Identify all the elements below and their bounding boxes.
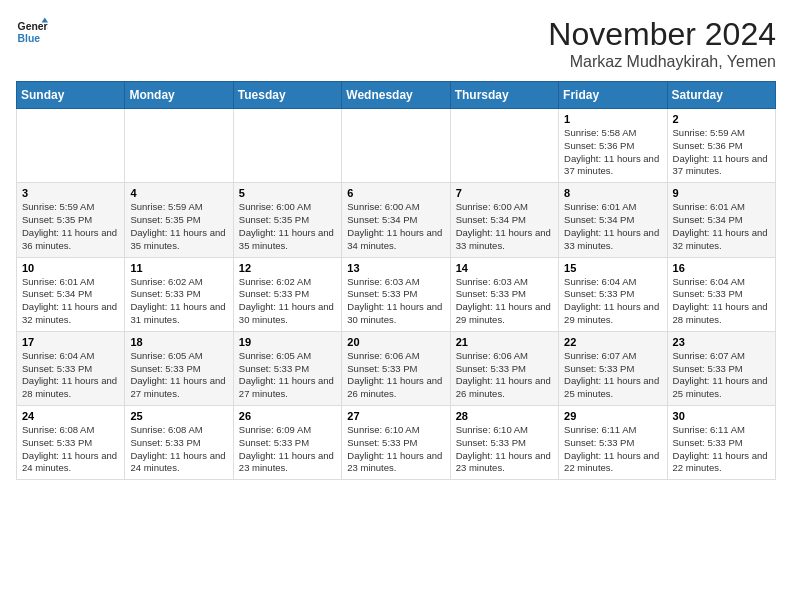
- weekday-header: Monday: [125, 82, 233, 109]
- page-header: General Blue November 2024 Markaz Mudhay…: [16, 16, 776, 71]
- day-info: Sunrise: 6:11 AM Sunset: 5:33 PM Dayligh…: [564, 424, 661, 475]
- day-info: Sunrise: 6:04 AM Sunset: 5:33 PM Dayligh…: [22, 350, 119, 401]
- day-number: 24: [22, 410, 119, 422]
- day-number: 12: [239, 262, 336, 274]
- logo-icon: General Blue: [16, 16, 48, 48]
- calendar-cell: 25Sunrise: 6:08 AM Sunset: 5:33 PM Dayli…: [125, 406, 233, 480]
- calendar-cell: 26Sunrise: 6:09 AM Sunset: 5:33 PM Dayli…: [233, 406, 341, 480]
- calendar-cell: 15Sunrise: 6:04 AM Sunset: 5:33 PM Dayli…: [559, 257, 667, 331]
- calendar-cell: 27Sunrise: 6:10 AM Sunset: 5:33 PM Dayli…: [342, 406, 450, 480]
- calendar-cell: 24Sunrise: 6:08 AM Sunset: 5:33 PM Dayli…: [17, 406, 125, 480]
- calendar-cell: [342, 109, 450, 183]
- day-info: Sunrise: 5:59 AM Sunset: 5:36 PM Dayligh…: [673, 127, 770, 178]
- day-info: Sunrise: 6:05 AM Sunset: 5:33 PM Dayligh…: [239, 350, 336, 401]
- day-info: Sunrise: 6:07 AM Sunset: 5:33 PM Dayligh…: [673, 350, 770, 401]
- day-number: 13: [347, 262, 444, 274]
- calendar-cell: 23Sunrise: 6:07 AM Sunset: 5:33 PM Dayli…: [667, 331, 775, 405]
- calendar-cell: 21Sunrise: 6:06 AM Sunset: 5:33 PM Dayli…: [450, 331, 558, 405]
- day-number: 7: [456, 187, 553, 199]
- calendar-cell: [233, 109, 341, 183]
- day-info: Sunrise: 6:07 AM Sunset: 5:33 PM Dayligh…: [564, 350, 661, 401]
- day-number: 3: [22, 187, 119, 199]
- day-info: Sunrise: 6:10 AM Sunset: 5:33 PM Dayligh…: [456, 424, 553, 475]
- calendar-cell: 7Sunrise: 6:00 AM Sunset: 5:34 PM Daylig…: [450, 183, 558, 257]
- day-info: Sunrise: 6:08 AM Sunset: 5:33 PM Dayligh…: [130, 424, 227, 475]
- day-info: Sunrise: 6:04 AM Sunset: 5:33 PM Dayligh…: [673, 276, 770, 327]
- location: Markaz Mudhaykirah, Yemen: [548, 53, 776, 71]
- day-info: Sunrise: 6:03 AM Sunset: 5:33 PM Dayligh…: [347, 276, 444, 327]
- title-area: November 2024 Markaz Mudhaykirah, Yemen: [548, 16, 776, 71]
- calendar-cell: 29Sunrise: 6:11 AM Sunset: 5:33 PM Dayli…: [559, 406, 667, 480]
- calendar-cell: [450, 109, 558, 183]
- day-number: 17: [22, 336, 119, 348]
- calendar-cell: 16Sunrise: 6:04 AM Sunset: 5:33 PM Dayli…: [667, 257, 775, 331]
- logo: General Blue: [16, 16, 48, 48]
- calendar-cell: 19Sunrise: 6:05 AM Sunset: 5:33 PM Dayli…: [233, 331, 341, 405]
- day-number: 9: [673, 187, 770, 199]
- day-number: 6: [347, 187, 444, 199]
- calendar-cell: 3Sunrise: 5:59 AM Sunset: 5:35 PM Daylig…: [17, 183, 125, 257]
- weekday-header: Thursday: [450, 82, 558, 109]
- weekday-header: Friday: [559, 82, 667, 109]
- calendar-cell: 17Sunrise: 6:04 AM Sunset: 5:33 PM Dayli…: [17, 331, 125, 405]
- day-number: 2: [673, 113, 770, 125]
- day-number: 18: [130, 336, 227, 348]
- day-number: 1: [564, 113, 661, 125]
- day-info: Sunrise: 6:00 AM Sunset: 5:34 PM Dayligh…: [347, 201, 444, 252]
- day-info: Sunrise: 5:59 AM Sunset: 5:35 PM Dayligh…: [22, 201, 119, 252]
- day-number: 21: [456, 336, 553, 348]
- weekday-header: Wednesday: [342, 82, 450, 109]
- day-info: Sunrise: 6:06 AM Sunset: 5:33 PM Dayligh…: [456, 350, 553, 401]
- calendar-cell: 11Sunrise: 6:02 AM Sunset: 5:33 PM Dayli…: [125, 257, 233, 331]
- calendar-cell: 9Sunrise: 6:01 AM Sunset: 5:34 PM Daylig…: [667, 183, 775, 257]
- day-number: 4: [130, 187, 227, 199]
- day-info: Sunrise: 6:01 AM Sunset: 5:34 PM Dayligh…: [673, 201, 770, 252]
- day-info: Sunrise: 6:06 AM Sunset: 5:33 PM Dayligh…: [347, 350, 444, 401]
- day-info: Sunrise: 6:03 AM Sunset: 5:33 PM Dayligh…: [456, 276, 553, 327]
- day-info: Sunrise: 6:00 AM Sunset: 5:35 PM Dayligh…: [239, 201, 336, 252]
- calendar-cell: 14Sunrise: 6:03 AM Sunset: 5:33 PM Dayli…: [450, 257, 558, 331]
- day-info: Sunrise: 6:08 AM Sunset: 5:33 PM Dayligh…: [22, 424, 119, 475]
- day-number: 25: [130, 410, 227, 422]
- svg-text:Blue: Blue: [18, 33, 41, 44]
- day-info: Sunrise: 6:02 AM Sunset: 5:33 PM Dayligh…: [130, 276, 227, 327]
- weekday-header: Sunday: [17, 82, 125, 109]
- day-info: Sunrise: 6:01 AM Sunset: 5:34 PM Dayligh…: [564, 201, 661, 252]
- calendar-cell: 2Sunrise: 5:59 AM Sunset: 5:36 PM Daylig…: [667, 109, 775, 183]
- day-number: 27: [347, 410, 444, 422]
- day-info: Sunrise: 6:02 AM Sunset: 5:33 PM Dayligh…: [239, 276, 336, 327]
- svg-marker-2: [42, 18, 48, 23]
- calendar-cell: 30Sunrise: 6:11 AM Sunset: 5:33 PM Dayli…: [667, 406, 775, 480]
- day-info: Sunrise: 6:09 AM Sunset: 5:33 PM Dayligh…: [239, 424, 336, 475]
- calendar-cell: 13Sunrise: 6:03 AM Sunset: 5:33 PM Dayli…: [342, 257, 450, 331]
- day-info: Sunrise: 5:58 AM Sunset: 5:36 PM Dayligh…: [564, 127, 661, 178]
- day-info: Sunrise: 6:10 AM Sunset: 5:33 PM Dayligh…: [347, 424, 444, 475]
- day-number: 16: [673, 262, 770, 274]
- day-number: 29: [564, 410, 661, 422]
- calendar-cell: 10Sunrise: 6:01 AM Sunset: 5:34 PM Dayli…: [17, 257, 125, 331]
- day-info: Sunrise: 6:01 AM Sunset: 5:34 PM Dayligh…: [22, 276, 119, 327]
- calendar-cell: 22Sunrise: 6:07 AM Sunset: 5:33 PM Dayli…: [559, 331, 667, 405]
- day-number: 22: [564, 336, 661, 348]
- calendar-cell: 28Sunrise: 6:10 AM Sunset: 5:33 PM Dayli…: [450, 406, 558, 480]
- calendar-cell: 8Sunrise: 6:01 AM Sunset: 5:34 PM Daylig…: [559, 183, 667, 257]
- calendar-cell: [17, 109, 125, 183]
- day-number: 26: [239, 410, 336, 422]
- day-number: 19: [239, 336, 336, 348]
- day-number: 8: [564, 187, 661, 199]
- day-number: 20: [347, 336, 444, 348]
- month-title: November 2024: [548, 16, 776, 53]
- day-info: Sunrise: 5:59 AM Sunset: 5:35 PM Dayligh…: [130, 201, 227, 252]
- calendar-cell: 4Sunrise: 5:59 AM Sunset: 5:35 PM Daylig…: [125, 183, 233, 257]
- calendar-cell: 5Sunrise: 6:00 AM Sunset: 5:35 PM Daylig…: [233, 183, 341, 257]
- calendar-cell: 12Sunrise: 6:02 AM Sunset: 5:33 PM Dayli…: [233, 257, 341, 331]
- day-info: Sunrise: 6:04 AM Sunset: 5:33 PM Dayligh…: [564, 276, 661, 327]
- calendar-cell: [125, 109, 233, 183]
- day-number: 5: [239, 187, 336, 199]
- weekday-header: Tuesday: [233, 82, 341, 109]
- svg-text:General: General: [18, 21, 48, 32]
- day-number: 15: [564, 262, 661, 274]
- day-number: 11: [130, 262, 227, 274]
- calendar-cell: 1Sunrise: 5:58 AM Sunset: 5:36 PM Daylig…: [559, 109, 667, 183]
- weekday-header: Saturday: [667, 82, 775, 109]
